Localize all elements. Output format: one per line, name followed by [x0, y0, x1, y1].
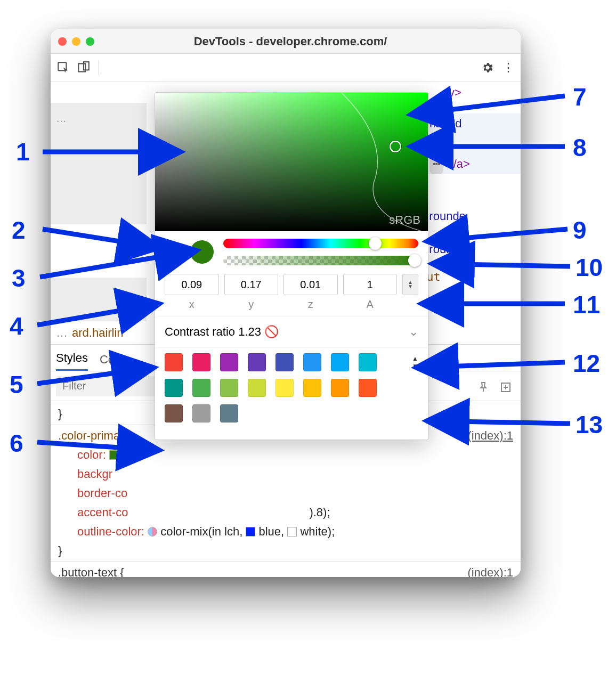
color-swatch-icon[interactable] — [287, 527, 297, 537]
color-picker-popover: sRGB x y z A ▲▼ Contrast rat — [155, 92, 428, 440]
hue-slider[interactable] — [223, 239, 418, 248]
contrast-fail-icon: 🚫 — [264, 325, 279, 338]
zoom-icon[interactable] — [86, 37, 94, 46]
palette-swatch[interactable] — [359, 379, 377, 397]
css-selector[interactable]: .color-prima — [58, 429, 120, 442]
palette-swatch[interactable] — [331, 353, 349, 371]
tab-computed[interactable]: Co — [100, 353, 115, 371]
gamut-label: sRGB — [389, 213, 420, 227]
devtools-toolbar: ⋮ — [51, 54, 521, 82]
current-color-swatch[interactable] — [190, 240, 214, 264]
alpha-slider[interactable] — [223, 256, 418, 265]
value-a-input[interactable] — [343, 274, 398, 295]
contrast-row[interactable]: Contrast ratio 1.23 🚫 ⌄ — [155, 316, 428, 347]
separator — [99, 60, 99, 75]
kebab-icon[interactable]: ⋮ — [499, 59, 516, 76]
tab-styles[interactable]: Styles — [56, 351, 88, 371]
palette-swatch[interactable] — [192, 404, 210, 422]
selected-color-ring[interactable] — [390, 141, 401, 152]
palette-swatch[interactable] — [165, 353, 183, 371]
palette-swatch[interactable] — [359, 353, 377, 371]
color-mix-swatch-icon[interactable] — [148, 527, 157, 537]
new-style-icon[interactable] — [499, 381, 512, 397]
color-swatch-icon[interactable] — [246, 527, 255, 537]
palette-swatch[interactable] — [165, 379, 183, 397]
overflow-ellipsis[interactable]: … — [56, 112, 67, 125]
palette-stepper[interactable]: ▲▼ — [412, 356, 418, 369]
dom-code-snippet: iv> rimary d utton" > ••• </a> e rounde … — [419, 83, 521, 287]
breadcrumb[interactable]: ard.hairlin — [72, 326, 124, 340]
minimize-icon[interactable] — [72, 37, 80, 46]
source-link[interactable]: (index):1 — [467, 426, 513, 445]
value-y-input[interactable] — [224, 274, 279, 295]
palette-swatch[interactable] — [303, 353, 321, 371]
source-link[interactable]: (index):1 — [467, 563, 513, 577]
palette-swatch[interactable] — [331, 379, 349, 397]
palette-swatch[interactable] — [192, 353, 210, 371]
styles-toolbar-icons — [477, 381, 512, 397]
pin-icon[interactable] — [477, 381, 490, 397]
palette-swatch[interactable] — [192, 379, 210, 397]
palette-swatch[interactable] — [220, 353, 238, 371]
palette-swatch[interactable] — [248, 353, 266, 371]
traffic-lights — [58, 37, 94, 46]
shades-field[interactable]: sRGB — [155, 93, 428, 231]
color-swatch-icon[interactable] — [109, 450, 119, 460]
device-toggle-icon[interactable] — [75, 59, 92, 76]
value-z-input[interactable] — [283, 274, 338, 295]
gear-icon[interactable] — [479, 59, 496, 76]
palette-swatch[interactable] — [248, 379, 266, 397]
palette-swatch[interactable] — [220, 379, 238, 397]
css-selector[interactable]: .button-text { — [58, 566, 124, 577]
inspect-icon[interactable] — [55, 59, 72, 76]
format-stepper[interactable]: ▲▼ — [402, 274, 418, 295]
palette-swatch[interactable] — [165, 404, 183, 422]
value-x-input[interactable] — [165, 274, 219, 295]
chevron-down-icon[interactable]: ⌄ — [409, 325, 418, 339]
palette-swatch[interactable] — [220, 404, 238, 422]
eyedropper-icon[interactable] — [165, 244, 181, 260]
window-title: DevTools - developer.chrome.com/ — [94, 35, 513, 48]
palette-swatch[interactable] — [275, 353, 294, 371]
devtools-window: DevTools - developer.chrome.com/ ⋮ iv> r… — [51, 29, 521, 577]
titlebar: DevTools - developer.chrome.com/ — [51, 29, 521, 54]
close-icon[interactable] — [58, 37, 67, 46]
color-palette: ▲▼ — [155, 347, 428, 440]
palette-swatch[interactable] — [303, 379, 321, 397]
gamut-boundary — [155, 93, 429, 231]
color-value-inputs: x y z A ▲▼ — [165, 274, 418, 311]
palette-swatch[interactable] — [275, 379, 294, 397]
